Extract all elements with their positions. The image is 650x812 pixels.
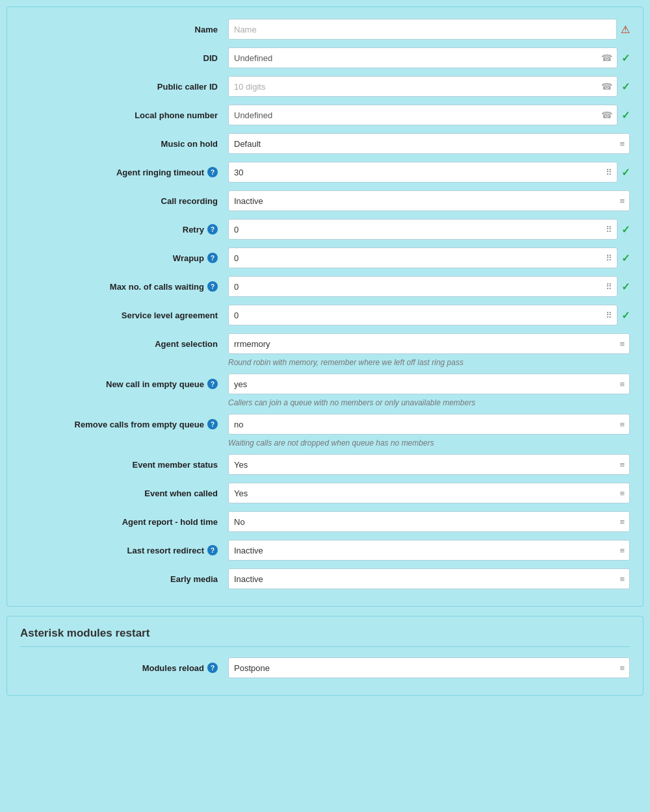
agent-ringing-timeout-input[interactable] bbox=[228, 162, 618, 183]
wrapup-control: ⠿ ✓ bbox=[228, 247, 630, 268]
local-phone-input[interactable] bbox=[228, 105, 618, 125]
public-caller-id-wrap: ☎ bbox=[228, 76, 618, 97]
local-phone-row: Local phone number ☎ ✓ bbox=[20, 103, 630, 127]
music-on-hold-row: Music on hold Default ≡ bbox=[20, 132, 630, 155]
max-calls-waiting-check-icon: ✓ bbox=[621, 281, 630, 293]
new-call-empty-queue-control: yes no ≡ bbox=[228, 374, 630, 394]
new-call-empty-queue-help-icon[interactable]: ? bbox=[207, 379, 218, 389]
event-member-status-select-wrap: Yes No ≡ bbox=[228, 454, 630, 475]
modules-reload-select[interactable]: Postpone bbox=[228, 657, 630, 678]
remove-calls-empty-queue-row: Remove calls from empty queue ? no yes ≡ bbox=[20, 412, 630, 436]
service-level-input[interactable] bbox=[228, 305, 618, 325]
event-when-called-select[interactable]: Yes No bbox=[228, 483, 630, 503]
early-media-row: Early media Inactive ≡ bbox=[20, 567, 630, 590]
wrapup-row: Wrapup ? ⠿ ✓ bbox=[20, 246, 630, 270]
local-phone-check-icon: ✓ bbox=[621, 109, 630, 121]
modules-reload-control: Postpone ≡ bbox=[228, 657, 630, 678]
local-phone-wrap: ☎ bbox=[228, 105, 618, 125]
music-on-hold-select-wrap: Default ≡ bbox=[228, 133, 630, 154]
last-resort-redirect-select[interactable]: Inactive bbox=[228, 540, 630, 561]
wrapup-label: Wrapup ? bbox=[20, 253, 228, 263]
retry-control: ⠿ ✓ bbox=[228, 219, 630, 240]
remove-calls-empty-queue-label: Remove calls from empty queue ? bbox=[20, 419, 228, 429]
last-resort-redirect-row: Last resort redirect ? Inactive ≡ bbox=[20, 539, 630, 562]
call-recording-select[interactable]: Inactive bbox=[228, 190, 630, 211]
agent-selection-label: Agent selection bbox=[20, 339, 228, 349]
wrapup-wrap: ⠿ bbox=[228, 247, 618, 268]
new-call-empty-queue-label: New call in empty queue ? bbox=[20, 379, 228, 389]
agent-ringing-timeout-label: Agent ringing timeout ? bbox=[20, 167, 228, 177]
agent-selection-select[interactable]: rrmemory bbox=[228, 333, 630, 354]
service-level-wrap: ⠿ bbox=[228, 305, 618, 325]
name-label: Name bbox=[20, 25, 228, 34]
last-resort-redirect-help-icon[interactable]: ? bbox=[207, 545, 218, 555]
max-calls-waiting-wrap: ⠿ bbox=[228, 276, 618, 297]
wrapup-check-icon: ✓ bbox=[621, 252, 630, 264]
event-when-called-label: Event when called bbox=[20, 488, 228, 498]
local-phone-label: Local phone number bbox=[20, 110, 228, 120]
agent-ringing-timeout-control: ⠿ ✓ bbox=[228, 162, 630, 183]
music-on-hold-control: Default ≡ bbox=[228, 133, 630, 154]
early-media-control: Inactive ≡ bbox=[228, 568, 630, 589]
event-when-called-control: Yes No ≡ bbox=[228, 483, 630, 503]
retry-wrap: ⠿ bbox=[228, 219, 618, 240]
service-level-check-icon: ✓ bbox=[621, 309, 630, 322]
max-calls-waiting-control: ⠿ ✓ bbox=[228, 276, 630, 297]
agent-ringing-timeout-check-icon: ✓ bbox=[621, 166, 630, 179]
last-resort-redirect-control: Inactive ≡ bbox=[228, 540, 630, 561]
agent-report-hold-time-label: Agent report - hold time bbox=[20, 517, 228, 527]
did-input[interactable] bbox=[228, 47, 618, 68]
public-caller-id-label: Public caller ID bbox=[20, 82, 228, 92]
retry-help-icon[interactable]: ? bbox=[207, 224, 218, 235]
event-member-status-control: Yes No ≡ bbox=[228, 454, 630, 475]
event-when-called-select-wrap: Yes No ≡ bbox=[228, 483, 630, 503]
call-recording-select-wrap: Inactive ≡ bbox=[228, 190, 630, 211]
agent-selection-control: rrmemory ≡ bbox=[228, 333, 630, 354]
did-input-wrap: ☎ bbox=[228, 47, 618, 68]
call-recording-row: Call recording Inactive ≡ bbox=[20, 189, 630, 212]
did-control: ☎ ✓ bbox=[228, 47, 630, 68]
agent-ringing-timeout-help-icon[interactable]: ? bbox=[207, 167, 218, 177]
public-caller-id-input[interactable] bbox=[228, 76, 618, 97]
modules-reload-label: Modules reload ? bbox=[20, 663, 228, 673]
event-member-status-label: Event member status bbox=[20, 460, 228, 470]
retry-input[interactable] bbox=[228, 219, 618, 240]
service-level-row: Service level agreement ⠿ ✓ bbox=[20, 303, 630, 327]
agent-selection-select-wrap: rrmemory ≡ bbox=[228, 333, 630, 354]
remove-calls-empty-queue-help-icon[interactable]: ? bbox=[207, 419, 218, 429]
modules-reload-help-icon[interactable]: ? bbox=[207, 663, 218, 673]
agent-selection-row: Agent selection rrmemory ≡ bbox=[20, 332, 630, 355]
retry-check-icon: ✓ bbox=[621, 223, 630, 236]
name-input[interactable] bbox=[228, 19, 617, 40]
agent-ringing-timeout-wrap: ⠿ bbox=[228, 162, 618, 183]
agent-report-hold-time-select-wrap: No Yes ≡ bbox=[228, 511, 630, 532]
max-calls-waiting-help-icon[interactable]: ? bbox=[207, 281, 218, 292]
local-phone-control: ☎ ✓ bbox=[228, 105, 630, 125]
music-on-hold-label: Music on hold bbox=[20, 139, 228, 149]
last-resort-redirect-label: Last resort redirect ? bbox=[20, 545, 228, 555]
retry-label: Retry ? bbox=[20, 224, 228, 235]
max-calls-waiting-row: Max no. of calls waiting ? ⠿ ✓ bbox=[20, 275, 630, 298]
max-calls-waiting-input[interactable] bbox=[228, 276, 618, 297]
did-label: DID bbox=[20, 53, 228, 63]
new-call-empty-queue-hint: Callers can join a queue with no members… bbox=[228, 398, 630, 407]
wrapup-input[interactable] bbox=[228, 247, 618, 268]
early-media-select[interactable]: Inactive bbox=[228, 568, 630, 589]
service-level-control: ⠿ ✓ bbox=[228, 305, 630, 325]
call-recording-control: Inactive ≡ bbox=[228, 190, 630, 211]
agent-report-hold-time-control: No Yes ≡ bbox=[228, 511, 630, 532]
asterisk-section: Asterisk modules restart Modules reload … bbox=[6, 616, 644, 696]
event-member-status-select[interactable]: Yes No bbox=[228, 454, 630, 475]
asterisk-section-title: Asterisk modules restart bbox=[20, 627, 630, 647]
modules-reload-row: Modules reload ? Postpone ≡ bbox=[20, 656, 630, 679]
new-call-empty-queue-select[interactable]: yes no bbox=[228, 374, 630, 394]
event-member-status-row: Event member status Yes No ≡ bbox=[20, 453, 630, 476]
service-level-label: Service level agreement bbox=[20, 311, 228, 320]
agent-report-hold-time-select[interactable]: No Yes bbox=[228, 511, 630, 532]
agent-selection-hint: Round robin with memory, remember where … bbox=[228, 358, 630, 367]
remove-calls-empty-queue-control: no yes ≡ bbox=[228, 414, 630, 435]
wrapup-help-icon[interactable]: ? bbox=[207, 253, 218, 263]
music-on-hold-select[interactable]: Default bbox=[228, 133, 630, 154]
remove-calls-empty-queue-select[interactable]: no yes bbox=[228, 414, 630, 435]
early-media-label: Early media bbox=[20, 574, 228, 584]
